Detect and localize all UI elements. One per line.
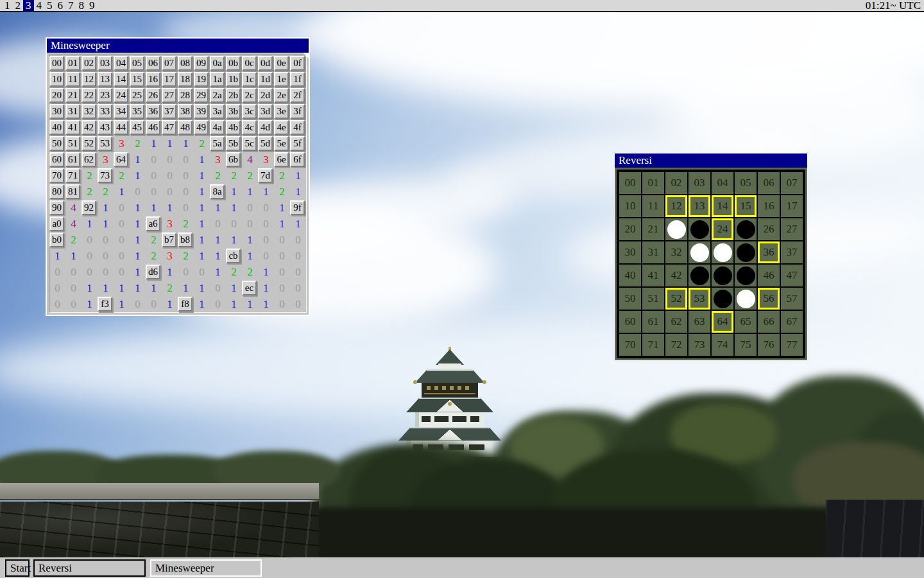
mine-cell-button-38[interactable]: 38	[178, 104, 193, 119]
mine-cell-button-12[interactable]: 12	[81, 72, 96, 87]
mine-cell-button-31[interactable]: 31	[65, 104, 80, 119]
workspace-3[interactable]: 3	[23, 0, 34, 11]
mine-cell-button-a6[interactable]: a6	[146, 216, 160, 231]
reversi-cell-62[interactable]: 62	[665, 310, 688, 333]
mine-cell-button-3d[interactable]: 3d	[258, 104, 273, 119]
mine-cell-button-6e[interactable]: 6e	[274, 152, 289, 167]
mine-cell-button-01[interactable]: 01	[65, 56, 80, 71]
mine-cell-button-19[interactable]: 19	[194, 72, 209, 87]
mine-cell-button-00[interactable]: 00	[49, 56, 64, 71]
mine-cell-button-7d[interactable]: 7d	[258, 168, 273, 183]
mine-cell-button-4d[interactable]: 4d	[258, 120, 273, 135]
mine-cell-button-0d[interactable]: 0d	[258, 56, 273, 71]
mine-cell-button-14[interactable]: 14	[114, 72, 128, 87]
mine-cell-button-15[interactable]: 15	[130, 72, 144, 87]
reversi-cell-00[interactable]: 00	[619, 171, 642, 195]
task-button-reversi[interactable]: Reversi	[33, 559, 146, 577]
reversi-cell-54[interactable]	[711, 287, 734, 310]
mine-cell-button-52[interactable]: 52	[81, 136, 96, 151]
mine-cell-button-10[interactable]: 10	[49, 72, 64, 87]
mine-cell-button-20[interactable]: 20	[49, 88, 64, 103]
reversi-cell-76[interactable]: 76	[757, 333, 780, 356]
mine-cell-button-30[interactable]: 30	[49, 104, 64, 119]
reversi-cell-73[interactable]: 73	[688, 333, 711, 356]
reversi-cell-23[interactable]	[688, 218, 711, 241]
reversi-cell-27[interactable]: 27	[780, 218, 803, 241]
reversi-cell-06[interactable]: 06	[757, 171, 780, 195]
mine-cell-button-21[interactable]: 21	[65, 88, 80, 103]
reversi-cell-32[interactable]: 32	[665, 241, 688, 264]
reversi-cell-43[interactable]	[688, 264, 711, 287]
reversi-cell-53[interactable]: 53	[688, 287, 711, 310]
reversi-cell-46[interactable]: 46	[757, 264, 780, 287]
task-button-minesweeper[interactable]: Minesweeper	[150, 559, 262, 577]
reversi-cell-44[interactable]	[711, 264, 734, 287]
mine-cell-button-6f[interactable]: 6f	[290, 152, 305, 167]
mine-cell-button-1a[interactable]: 1a	[210, 72, 225, 87]
mine-cell-button-a0[interactable]: a0	[49, 216, 64, 231]
mine-cell-button-73[interactable]: 73	[98, 168, 112, 183]
mine-cell-button-3a[interactable]: 3a	[210, 104, 225, 119]
reversi-cell-14[interactable]: 14	[711, 195, 734, 218]
mine-cell-button-5f[interactable]: 5f	[290, 136, 305, 151]
mine-cell-button-16[interactable]: 16	[146, 72, 160, 87]
mine-cell-button-b8[interactable]: b8	[178, 232, 193, 247]
reversi-cell-71[interactable]: 71	[642, 333, 665, 356]
reversi-cell-26[interactable]: 26	[757, 218, 780, 241]
workspace-7[interactable]: 7	[65, 0, 76, 11]
reversi-cell-30[interactable]: 30	[619, 241, 642, 264]
mine-cell-button-9f[interactable]: 9f	[290, 200, 305, 215]
mine-cell-button-3b[interactable]: 3b	[226, 104, 241, 119]
reversi-cell-15[interactable]: 15	[734, 195, 757, 218]
reversi-cell-02[interactable]: 02	[665, 171, 688, 195]
mine-cell-button-f3[interactable]: f3	[98, 297, 112, 311]
mine-cell-button-08[interactable]: 08	[178, 56, 193, 71]
mine-cell-button-b7[interactable]: b7	[162, 232, 176, 247]
mine-cell-button-06[interactable]: 06	[146, 56, 160, 71]
mine-cell-button-62[interactable]: 62	[81, 152, 96, 167]
mine-cell-button-45[interactable]: 45	[130, 120, 144, 135]
mine-cell-button-22[interactable]: 22	[81, 88, 96, 103]
mine-cell-button-02[interactable]: 02	[81, 56, 96, 71]
mine-cell-button-48[interactable]: 48	[178, 120, 193, 135]
mine-cell-button-1d[interactable]: 1d	[258, 72, 273, 87]
mine-cell-button-4b[interactable]: 4b	[226, 120, 241, 135]
reversi-cell-77[interactable]: 77	[780, 333, 803, 356]
mine-cell-button-09[interactable]: 09	[194, 56, 209, 71]
mine-cell-button-92[interactable]: 92	[81, 200, 96, 215]
mine-cell-button-04[interactable]: 04	[114, 56, 128, 71]
reversi-cell-64[interactable]: 64	[711, 310, 734, 333]
reversi-cell-20[interactable]: 20	[619, 218, 642, 241]
mine-cell-button-5b[interactable]: 5b	[226, 136, 241, 151]
mine-cell-button-41[interactable]: 41	[65, 120, 80, 135]
reversi-cell-22[interactable]	[665, 218, 688, 241]
mine-cell-button-64[interactable]: 64	[114, 152, 128, 167]
reversi-cell-36[interactable]: 36	[757, 241, 780, 264]
workspace-2[interactable]: 2	[13, 0, 24, 11]
reversi-titlebar[interactable]: Reversi	[615, 153, 807, 168]
mine-cell-button-2e[interactable]: 2e	[274, 88, 289, 103]
mine-cell-button-50[interactable]: 50	[49, 136, 64, 151]
mine-cell-button-2f[interactable]: 2f	[290, 88, 305, 103]
reversi-cell-72[interactable]: 72	[665, 333, 688, 356]
mine-cell-button-2d[interactable]: 2d	[258, 88, 273, 103]
reversi-cell-75[interactable]: 75	[734, 333, 757, 356]
mine-cell-button-ec[interactable]: ec	[242, 281, 257, 295]
mine-cell-button-43[interactable]: 43	[98, 120, 112, 135]
mine-cell-button-27[interactable]: 27	[162, 88, 176, 103]
reversi-cell-57[interactable]: 57	[780, 287, 803, 310]
mine-cell-button-b0[interactable]: b0	[49, 232, 64, 247]
mine-cell-button-2b[interactable]: 2b	[226, 88, 241, 103]
mine-cell-button-2c[interactable]: 2c	[242, 88, 257, 103]
reversi-cell-03[interactable]: 03	[688, 171, 711, 195]
mine-cell-button-0c[interactable]: 0c	[242, 56, 257, 71]
reversi-cell-17[interactable]: 17	[780, 195, 803, 218]
reversi-cell-40[interactable]: 40	[619, 264, 642, 287]
start-button[interactable]: Start	[5, 559, 30, 577]
mine-cell-button-1e[interactable]: 1e	[274, 72, 289, 87]
reversi-cell-66[interactable]: 66	[757, 310, 780, 333]
mine-cell-button-49[interactable]: 49	[194, 120, 209, 135]
reversi-cell-13[interactable]: 13	[688, 195, 711, 218]
mine-cell-button-4c[interactable]: 4c	[242, 120, 257, 135]
mine-cell-button-39[interactable]: 39	[194, 104, 209, 119]
